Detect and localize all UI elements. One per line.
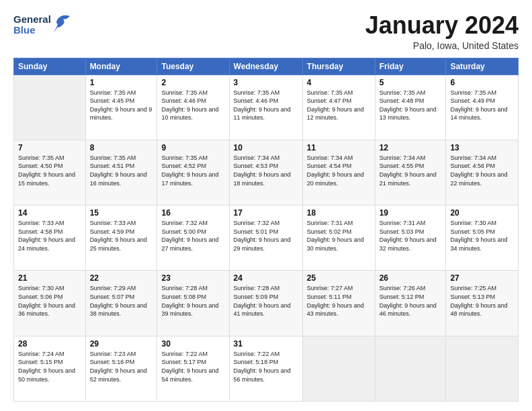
day-info: Sunrise: 7:34 AMSunset: 4:55 PMDaylight:…: [380, 154, 442, 187]
day-number: 28: [18, 339, 81, 349]
daylight-hours: Daylight: 9 hours and 24 minutes.: [18, 236, 75, 252]
table-row: 30Sunrise: 7:22 AMSunset: 5:17 PMDayligh…: [157, 336, 229, 401]
table-row: 31Sunrise: 7:22 AMSunset: 5:18 PMDayligh…: [229, 336, 302, 401]
table-row: [446, 336, 519, 401]
col-sunday: Sunday: [14, 58, 86, 75]
table-row: 21Sunrise: 7:30 AMSunset: 5:06 PMDayligh…: [14, 271, 86, 336]
day-info: Sunrise: 7:33 AMSunset: 4:58 PMDaylight:…: [18, 219, 81, 253]
table-row: 8Sunrise: 7:35 AMSunset: 4:51 PMDaylight…: [85, 140, 157, 205]
sunrise: Sunrise: 7:34 AM: [234, 154, 280, 161]
daylight-hours: Daylight: 9 hours and 20 minutes.: [307, 171, 364, 187]
sunrise: Sunrise: 7:30 AM: [450, 220, 496, 226]
sunrise: Sunrise: 7:28 AM: [234, 285, 280, 291]
day-info: Sunrise: 7:31 AMSunset: 5:02 PMDaylight:…: [307, 219, 371, 253]
sunrise: Sunrise: 7:35 AM: [234, 89, 280, 96]
sunrise: Sunrise: 7:32 AM: [161, 220, 208, 226]
table-row: 13Sunrise: 7:34 AMSunset: 4:56 PMDayligh…: [446, 140, 519, 205]
day-number: 25: [307, 273, 371, 283]
day-info: Sunrise: 7:29 AMSunset: 5:07 PMDaylight:…: [90, 284, 153, 318]
daylight-hours: Daylight: 9 hours and 32 minutes.: [380, 236, 437, 252]
day-number: 19: [380, 208, 442, 218]
calendar-week-row: 7Sunrise: 7:35 AMSunset: 4:50 PMDaylight…: [14, 140, 519, 205]
sunset: Sunset: 4:47 PM: [307, 97, 352, 104]
sunrise: Sunrise: 7:31 AM: [307, 220, 353, 226]
day-number: 21: [18, 273, 81, 283]
daylight-hours: Daylight: 9 hours and 30 minutes.: [307, 236, 364, 252]
sunrise: Sunrise: 7:35 AM: [307, 89, 353, 96]
sunrise: Sunrise: 7:23 AM: [90, 351, 136, 357]
sunset: Sunset: 4:54 PM: [307, 163, 352, 169]
day-info: Sunrise: 7:25 AMSunset: 5:13 PMDaylight:…: [450, 284, 514, 318]
day-info: Sunrise: 7:35 AMSunset: 4:52 PMDaylight:…: [161, 154, 224, 187]
day-number: 15: [90, 208, 153, 218]
day-info: Sunrise: 7:30 AMSunset: 5:06 PMDaylight:…: [18, 284, 81, 318]
day-number: 8: [90, 143, 153, 152]
table-row: 20Sunrise: 7:30 AMSunset: 5:05 PMDayligh…: [446, 205, 519, 271]
table-row: 1Sunrise: 7:35 AMSunset: 4:45 PMDaylight…: [85, 75, 157, 140]
table-row: 15Sunrise: 7:33 AMSunset: 4:59 PMDayligh…: [85, 205, 157, 271]
sunset: Sunset: 4:50 PM: [18, 163, 63, 169]
sunrise: Sunrise: 7:28 AM: [161, 285, 208, 291]
table-row: 4Sunrise: 7:35 AMSunset: 4:47 PMDaylight…: [302, 75, 375, 140]
day-number: 1: [90, 78, 153, 87]
daylight-hours: Daylight: 9 hours and 16 minutes.: [90, 171, 147, 187]
sunset: Sunset: 5:07 PM: [90, 293, 135, 300]
daylight-hours: Daylight: 9 hours and 50 minutes.: [18, 367, 75, 383]
sunrise: Sunrise: 7:22 AM: [161, 351, 208, 357]
daylight-hours: Daylight: 9 hours and 18 minutes.: [234, 171, 291, 187]
table-row: 11Sunrise: 7:34 AMSunset: 4:54 PMDayligh…: [302, 140, 375, 205]
sunrise: Sunrise: 7:32 AM: [234, 220, 280, 226]
daylight-hours: Daylight: 9 hours and 43 minutes.: [307, 302, 364, 318]
daylight-hours: Daylight: 9 hours and 21 minutes.: [380, 171, 437, 187]
table-row: 12Sunrise: 7:34 AMSunset: 4:55 PMDayligh…: [375, 140, 446, 205]
sunrise: Sunrise: 7:25 AM: [450, 285, 496, 291]
daylight-hours: Daylight: 9 hours and 38 minutes.: [90, 302, 147, 318]
table-row: 19Sunrise: 7:31 AMSunset: 5:03 PMDayligh…: [375, 205, 446, 271]
day-info: Sunrise: 7:34 AMSunset: 4:54 PMDaylight:…: [307, 154, 371, 187]
sunrise: Sunrise: 7:24 AM: [18, 351, 64, 357]
logo-general-text: General: [13, 14, 51, 26]
daylight-hours: Daylight: 9 hours and 39 minutes.: [161, 302, 218, 318]
daylight-hours: Daylight: 9 hours and 54 minutes.: [161, 367, 218, 383]
daylight-hours: Daylight: 9 hours and 25 minutes.: [90, 236, 147, 252]
day-info: Sunrise: 7:22 AMSunset: 5:18 PMDaylight:…: [234, 350, 298, 383]
day-number: 11: [307, 143, 371, 152]
calendar-week-row: 14Sunrise: 7:33 AMSunset: 4:58 PMDayligh…: [14, 205, 519, 271]
title-section: January 2024 Palo, Iowa, United States: [365, 12, 519, 51]
sunrise: Sunrise: 7:35 AM: [380, 89, 426, 96]
daylight-hours: Daylight: 9 hours and 14 minutes.: [450, 106, 507, 122]
day-info: Sunrise: 7:35 AMSunset: 4:49 PMDaylight:…: [450, 89, 514, 122]
sunset: Sunset: 5:01 PM: [234, 228, 279, 235]
daylight-hours: Daylight: 9 hours and 36 minutes.: [18, 302, 75, 318]
day-info: Sunrise: 7:30 AMSunset: 5:05 PMDaylight:…: [450, 219, 514, 253]
calendar-header-row: Sunday Monday Tuesday Wednesday Thursday…: [14, 58, 519, 75]
sunset: Sunset: 4:56 PM: [450, 163, 495, 169]
daylight-hours: Daylight: 9 hours and 13 minutes.: [380, 106, 437, 122]
calendar-week-row: 21Sunrise: 7:30 AMSunset: 5:06 PMDayligh…: [14, 271, 519, 336]
daylight-hours: Daylight: 9 hours and 15 minutes.: [18, 171, 75, 187]
table-row: 29Sunrise: 7:23 AMSunset: 5:16 PMDayligh…: [85, 336, 157, 401]
table-row: 25Sunrise: 7:27 AMSunset: 5:11 PMDayligh…: [302, 271, 375, 336]
calendar-week-row: 28Sunrise: 7:24 AMSunset: 5:15 PMDayligh…: [14, 336, 519, 401]
daylight-hours: Daylight: 9 hours and 46 minutes.: [380, 302, 437, 318]
sunset: Sunset: 5:00 PM: [161, 228, 206, 235]
sunset: Sunset: 5:03 PM: [380, 228, 425, 235]
sunset: Sunset: 4:46 PM: [234, 97, 279, 104]
table-row: 27Sunrise: 7:25 AMSunset: 5:13 PMDayligh…: [446, 271, 519, 336]
sunset: Sunset: 4:58 PM: [18, 228, 63, 235]
sunrise: Sunrise: 7:29 AM: [90, 285, 136, 291]
table-row: 16Sunrise: 7:32 AMSunset: 5:00 PMDayligh…: [157, 205, 229, 271]
calendar-page: General Blue January 2024 Palo, Iowa, Un…: [0, 0, 532, 411]
day-info: Sunrise: 7:33 AMSunset: 4:59 PMDaylight:…: [90, 219, 153, 253]
day-number: 10: [234, 143, 298, 152]
day-info: Sunrise: 7:23 AMSunset: 5:16 PMDaylight:…: [90, 350, 153, 383]
day-number: 13: [450, 143, 514, 152]
day-info: Sunrise: 7:27 AMSunset: 5:11 PMDaylight:…: [307, 284, 371, 318]
col-saturday: Saturday: [446, 58, 519, 75]
day-info: Sunrise: 7:34 AMSunset: 4:56 PMDaylight:…: [450, 154, 514, 187]
daylight-hours: Daylight: 9 hours and 56 minutes.: [234, 367, 291, 383]
logo-bird-icon: [52, 12, 73, 38]
sunset: Sunset: 4:46 PM: [161, 97, 206, 104]
col-tuesday: Tuesday: [157, 58, 229, 75]
table-row: 17Sunrise: 7:32 AMSunset: 5:01 PMDayligh…: [229, 205, 302, 271]
